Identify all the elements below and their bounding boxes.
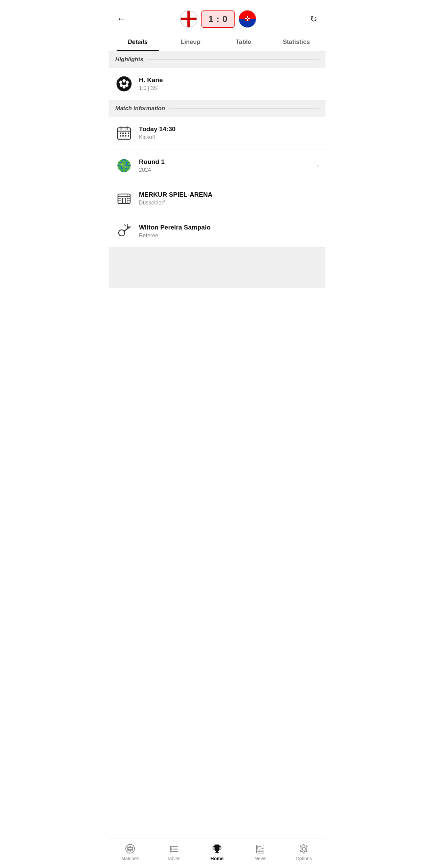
svg-marker-59 (127, 849, 129, 851)
svg-rect-27 (120, 132, 121, 134)
svg-rect-8 (248, 16, 250, 18)
highlight-item-kane[interactable]: H. Kane 1:0 | 35′ (108, 68, 326, 100)
svg-rect-2 (180, 18, 197, 20)
referee-info: Wilton Pereira Sampaio Referee (139, 224, 319, 239)
svg-marker-56 (129, 849, 131, 852)
calendar-icon (115, 124, 133, 142)
round-chevron: › (317, 162, 319, 169)
referee-label: Referee (139, 233, 319, 239)
kickoff-label: Kickoff (139, 134, 319, 140)
svg-line-53 (127, 224, 128, 225)
svg-rect-51 (127, 226, 130, 228)
stadium-name: MERKUR SPIEL-ARENA (139, 191, 319, 198)
kane-info: H. Kane 1:0 | 35′ (139, 76, 319, 91)
score-display: 1 : 0 (201, 10, 234, 28)
nav-news[interactable]: News (239, 844, 282, 861)
svg-marker-60 (131, 849, 133, 851)
svg-rect-34 (128, 135, 129, 137)
svg-rect-11 (248, 18, 250, 19)
svg-point-38 (120, 163, 124, 166)
highlights-label: Highlights (115, 56, 143, 63)
tables-label: Tables (167, 856, 180, 861)
svg-rect-70 (258, 846, 261, 849)
referee-name: Wilton Pereira Sampaio (139, 224, 319, 231)
kane-detail: 1:0 | 35′ (139, 85, 319, 91)
referee-item: Wilton Pereira Sampaio Referee (108, 215, 326, 248)
svg-point-61 (170, 846, 172, 848)
svg-rect-30 (128, 132, 129, 134)
gear-icon (299, 844, 309, 854)
tab-details[interactable]: Details (111, 33, 164, 51)
svg-point-16 (117, 76, 131, 91)
svg-rect-7 (247, 16, 248, 18)
svg-rect-31 (120, 135, 121, 137)
svg-rect-33 (125, 135, 126, 137)
stadium-icon (115, 190, 133, 207)
nav-options[interactable]: Options (282, 844, 326, 861)
kickoff-time: Today 14:30 (139, 125, 319, 133)
news-label: News (255, 856, 266, 861)
croatia-flag (239, 10, 256, 28)
tabs-bar: Details Lineup Table Statistics (108, 33, 326, 51)
highlights-section-header: Highlights (108, 51, 326, 68)
tab-statistics[interactable]: Statistics (270, 33, 323, 51)
options-label: Options (296, 856, 312, 861)
stadium-info: MERKUR SPIEL-ARENA Düsseldorf (139, 191, 319, 206)
kickoff-info: Today 14:30 Kickoff (139, 125, 319, 140)
svg-rect-14 (248, 19, 250, 21)
soccer-ball-icon (115, 75, 133, 93)
svg-rect-29 (125, 132, 126, 134)
nav-home[interactable]: Home (195, 844, 239, 861)
back-button[interactable]: ← (117, 14, 126, 24)
tab-lineup[interactable]: Lineup (164, 33, 217, 51)
globe-icon (115, 157, 133, 174)
svg-rect-44 (122, 198, 126, 203)
whistle-icon (115, 222, 133, 240)
svg-rect-9 (245, 18, 247, 19)
svg-marker-58 (131, 847, 134, 849)
round-title: Round 1 (139, 158, 311, 166)
svg-rect-12 (245, 19, 247, 21)
score-area: 1 : 0 (180, 10, 256, 28)
bottom-nav: Matches Tables Home (108, 839, 326, 868)
home-label: Home (211, 856, 224, 861)
svg-rect-67 (216, 851, 218, 852)
content-area: Highlights H. Kane 1:0 | 35′ Match infor… (108, 51, 326, 319)
svg-point-65 (170, 850, 172, 852)
highlights-divider (147, 59, 319, 60)
svg-rect-6 (245, 16, 247, 18)
tab-table[interactable]: Table (217, 33, 270, 51)
svg-point-39 (124, 166, 127, 168)
refresh-button[interactable]: ↻ (310, 14, 317, 24)
trophy-icon (212, 844, 222, 854)
round-info: Round 1 2024 (139, 158, 311, 173)
stadium-item: MERKUR SPIEL-ARENA Düsseldorf (108, 182, 326, 215)
match-info-divider (169, 108, 319, 109)
nav-matches[interactable]: Matches (108, 844, 152, 861)
nav-tables[interactable]: Tables (152, 844, 195, 861)
matches-icon (125, 844, 135, 854)
news-icon (255, 844, 265, 854)
svg-rect-13 (247, 19, 248, 21)
header: ← 1 : 0 (108, 0, 326, 33)
match-info-section-header: Match information (108, 100, 326, 117)
svg-marker-57 (127, 847, 129, 849)
svg-rect-32 (122, 135, 124, 137)
svg-rect-68 (215, 852, 219, 853)
round-item[interactable]: Round 1 2024 › (108, 149, 326, 182)
stadium-city: Düsseldorf (139, 200, 319, 206)
svg-marker-55 (129, 845, 131, 848)
matches-label: Matches (121, 856, 139, 861)
gray-filler (108, 248, 326, 288)
kickoff-item: Today 14:30 Kickoff (108, 117, 326, 149)
tables-icon (169, 844, 179, 854)
svg-rect-28 (122, 132, 124, 134)
match-info-label: Match information (115, 105, 165, 112)
svg-point-63 (170, 848, 172, 850)
svg-point-75 (302, 847, 305, 850)
svg-rect-10 (247, 18, 248, 19)
england-flag (180, 10, 197, 28)
round-year: 2024 (139, 167, 311, 173)
kane-name: H. Kane (139, 76, 319, 84)
svg-line-52 (124, 225, 126, 226)
